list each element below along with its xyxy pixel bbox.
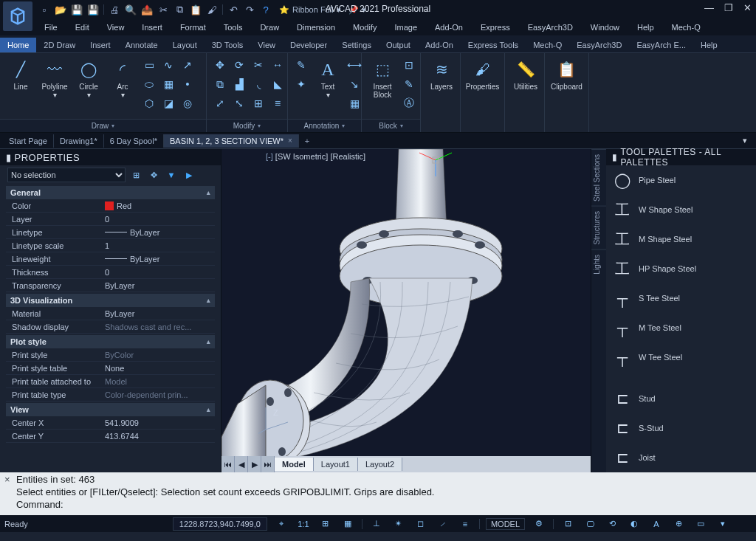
dimension-icon[interactable]: ⟷: [346, 56, 363, 74]
property-row[interactable]: Thickness0: [6, 266, 215, 279]
panel-block-label[interactable]: Block: [362, 119, 420, 132]
new-icon[interactable]: ▫: [38, 4, 50, 15]
palette-tab-lights[interactable]: Lights: [591, 249, 606, 279]
redo-icon[interactable]: ↷: [244, 4, 255, 15]
prev-icon[interactable]: ◀: [235, 456, 248, 472]
menu-window[interactable]: Window: [582, 21, 628, 34]
layout-model[interactable]: Model: [275, 458, 314, 471]
copy-icon[interactable]: ⧉: [211, 75, 229, 93]
doctab-drawing1[interactable]: Drawing1*: [54, 134, 104, 148]
property-value[interactable]: 1: [102, 241, 215, 250]
layers-button[interactable]: ≋Layers: [425, 56, 458, 92]
doctab-basin[interactable]: BASIN 1, 2, 3 SECTION VIEW*×: [164, 134, 299, 148]
preview-icon[interactable]: 🔍: [125, 4, 137, 15]
property-value[interactable]: 541.9009: [102, 418, 215, 427]
tab-developer[interactable]: Developer: [283, 38, 334, 52]
select-objects-icon[interactable]: ✥: [146, 168, 161, 182]
extend-icon[interactable]: ↔: [269, 56, 286, 74]
ellipse-icon[interactable]: ⬭: [140, 75, 158, 93]
tab-express[interactable]: Express Tools: [461, 38, 526, 52]
group-header[interactable]: View: [6, 403, 215, 416]
tab-addon[interactable]: Add-On: [418, 38, 461, 52]
property-value[interactable]: Model: [102, 377, 215, 386]
undo-icon[interactable]: ↶: [227, 4, 239, 15]
pal-stud[interactable]: ⊏Stud: [606, 384, 756, 413]
offset-icon[interactable]: ≡: [269, 94, 286, 112]
monitor-icon[interactable]: 🖵: [582, 517, 598, 531]
donut-icon[interactable]: ◎: [179, 94, 196, 112]
doctab-6day[interactable]: 6 Day Spool*: [104, 134, 164, 148]
filter-icon[interactable]: ▼: [164, 168, 179, 182]
property-value[interactable]: ByLayer: [102, 228, 215, 237]
property-row[interactable]: ColorRed: [6, 199, 215, 213]
create-block-icon[interactable]: ⊡: [400, 56, 418, 74]
menu-image[interactable]: Image: [385, 21, 426, 34]
rectangle-icon[interactable]: ▭: [140, 56, 158, 74]
otrack-icon[interactable]: ⟋: [435, 517, 451, 531]
property-value[interactable]: None: [102, 364, 215, 373]
array-icon[interactable]: ⊞: [250, 94, 267, 112]
ortho-icon[interactable]: ⊥: [368, 517, 385, 531]
text-button[interactable]: AText▾: [312, 56, 344, 100]
pal-pipe-steel[interactable]: ◯Pipe Steel: [606, 165, 756, 195]
menu-view[interactable]: View: [98, 21, 134, 34]
polar-icon[interactable]: ✴: [391, 517, 407, 531]
insert-block-button[interactable]: ⬚Insert Block: [366, 56, 399, 100]
property-row[interactable]: Layer0: [6, 213, 215, 226]
arc-button[interactable]: ◜Arc▾: [106, 56, 139, 100]
hatch-icon[interactable]: ▦: [159, 75, 177, 93]
property-value[interactable]: ByLayer: [102, 281, 215, 290]
scale-icon[interactable]: ⤡: [230, 94, 248, 112]
isol-icon[interactable]: ◐: [626, 517, 642, 531]
close-icon[interactable]: ×: [4, 474, 16, 514]
utilities-button[interactable]: 📏Utilities: [509, 56, 542, 92]
property-row[interactable]: LinetypeByLayer: [6, 226, 215, 239]
paste-icon[interactable]: 📋: [190, 4, 202, 15]
app-logo[interactable]: [3, 1, 32, 31]
properties-button[interactable]: 🖌Properties: [465, 56, 500, 92]
menu-easyarch3d[interactable]: EasyArch3D: [519, 21, 582, 34]
toggle-icon[interactable]: ▶: [182, 168, 196, 182]
menu-format[interactable]: Format: [171, 21, 215, 34]
property-row[interactable]: Print style tableNone: [6, 362, 215, 375]
property-row[interactable]: Linetype scale1: [6, 239, 215, 252]
cursor-icon[interactable]: ⌖: [273, 517, 289, 531]
copy-icon[interactable]: ⧉: [173, 4, 185, 15]
tab-annotate[interactable]: Annotate: [118, 38, 165, 52]
gear-icon[interactable]: ⚙: [531, 517, 547, 531]
open-icon[interactable]: 📂: [55, 4, 66, 15]
point-icon[interactable]: •: [179, 75, 196, 93]
stretch-icon[interactable]: ⤢: [211, 94, 229, 112]
property-row[interactable]: MaterialByLayer: [6, 307, 215, 320]
clean-icon[interactable]: ▭: [693, 517, 709, 531]
tab-layout[interactable]: Layout: [165, 38, 205, 52]
property-value[interactable]: 0: [102, 268, 215, 277]
pal-s-stud[interactable]: ⊏S-Stud: [606, 413, 756, 443]
group-header[interactable]: General: [6, 186, 215, 199]
clipboard-button[interactable]: 📋Clipboard: [549, 56, 584, 92]
property-value[interactable]: ByLayer: [102, 309, 215, 318]
fillet-icon[interactable]: ◟: [250, 75, 267, 93]
property-value[interactable]: Color-dependent prin...: [102, 390, 215, 399]
pal-joist[interactable]: ⊏Joist: [606, 443, 756, 472]
maximize-icon[interactable]: ❐: [724, 2, 733, 13]
publish-icon[interactable]: 📤: [141, 4, 153, 15]
tab-view[interactable]: View: [250, 38, 283, 52]
panel-draw-label[interactable]: Draw: [0, 119, 206, 132]
group-header[interactable]: Plot style: [6, 335, 215, 348]
tab-insert[interactable]: Insert: [83, 38, 118, 52]
tab-help[interactable]: Help: [693, 38, 725, 52]
polyline-button[interactable]: 〰Polyline▾: [38, 56, 71, 100]
property-value[interactable]: ByColor: [102, 351, 215, 359]
edit-block-icon[interactable]: ✎: [400, 75, 418, 93]
close-icon[interactable]: ✕: [743, 2, 752, 13]
dyn-icon[interactable]: ⊡: [560, 517, 576, 531]
menu-dimension[interactable]: Dimension: [288, 21, 344, 34]
add-tab-button[interactable]: +: [299, 135, 315, 147]
save-icon[interactable]: 💾: [71, 4, 83, 15]
menu-modify[interactable]: Modify: [344, 21, 385, 34]
pal-w-tee[interactable]: ┬W Tee Steel: [606, 342, 756, 372]
close-icon[interactable]: ×: [288, 137, 292, 145]
property-row[interactable]: TransparencyByLayer: [6, 279, 215, 292]
table-icon[interactable]: ▦: [346, 94, 363, 112]
